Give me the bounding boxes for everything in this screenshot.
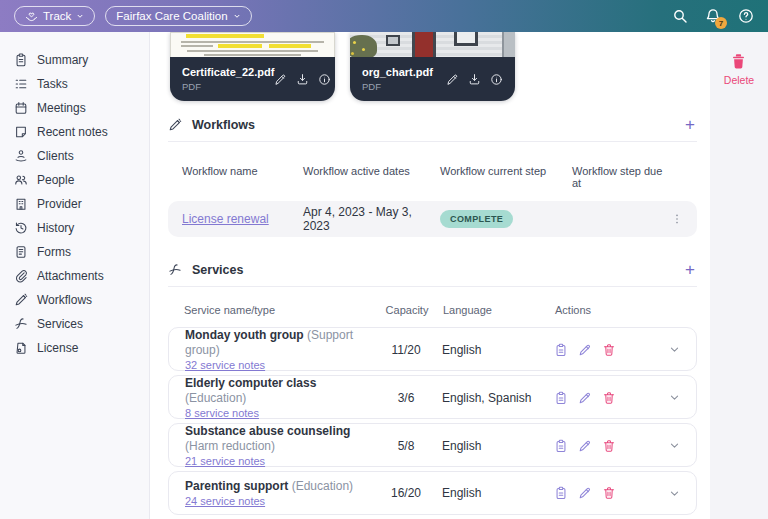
chevron-down-icon <box>76 12 84 20</box>
edit-icon[interactable] <box>578 439 592 453</box>
sidebar-item-label: Summary <box>37 53 88 67</box>
org-name: Fairfax Care Coalition <box>116 10 227 22</box>
service-type: (Harm reduction) <box>185 439 275 453</box>
file-type: PDF <box>182 81 274 92</box>
trash-icon <box>730 53 747 70</box>
calendar-icon <box>14 101 28 115</box>
app-switcher[interactable]: Track <box>14 6 95 26</box>
kebab-menu-icon[interactable] <box>671 212 683 226</box>
add-workflow-button[interactable]: + <box>683 118 697 132</box>
sidebar-item-label: Tasks <box>37 77 68 91</box>
service-name: Monday youth group <box>185 328 304 342</box>
notifications-bell-icon[interactable]: 7 <box>705 8 721 24</box>
service-name-cell: Parenting support (Education) 24 service… <box>185 479 370 507</box>
service-name-cell: Substance abuse counseling (Harm reducti… <box>185 424 370 467</box>
service-note-icon[interactable] <box>554 343 568 357</box>
sidebar-item-label: Provider <box>37 197 82 211</box>
attachment-cards: Certificate_22.pdf PDF <box>170 32 697 101</box>
add-service-button[interactable]: + <box>683 263 697 277</box>
info-icon[interactable] <box>490 73 503 86</box>
sidebar-item-license[interactable]: License <box>0 336 149 360</box>
sidebar-item-label: Clients <box>37 149 74 163</box>
edit-icon[interactable] <box>578 343 592 357</box>
service-capacity: 11/20 <box>370 343 442 357</box>
workflow-name-link[interactable]: License renewal <box>182 212 269 226</box>
workflow-pen-icon <box>14 293 28 307</box>
org-switcher[interactable]: Fairfax Care Coalition <box>105 6 251 26</box>
service-note-icon[interactable] <box>554 391 568 405</box>
sidebar-item-label: Attachments <box>37 269 104 283</box>
sidebar-item-workflows[interactable]: Workflows <box>0 288 149 312</box>
chevron-down-icon[interactable] <box>669 392 680 403</box>
sidebar-item-meetings[interactable]: Meetings <box>0 96 149 120</box>
service-note-icon[interactable] <box>554 486 568 500</box>
chevron-down-icon[interactable] <box>669 488 680 499</box>
service-row: Elderly computer class (Education) 8 ser… <box>168 375 697 419</box>
chevron-down-icon[interactable] <box>669 440 680 451</box>
trash-icon[interactable] <box>602 439 616 453</box>
trash-icon[interactable] <box>602 391 616 405</box>
info-icon[interactable] <box>318 73 331 86</box>
chevron-down-icon[interactable] <box>669 344 680 355</box>
people-icon <box>14 173 28 187</box>
workflows-section-title: Workflows <box>192 118 255 132</box>
sidebar-item-forms[interactable]: Forms <box>0 240 149 264</box>
sidebar-item-label: Services <box>37 317 83 331</box>
edit-icon[interactable] <box>274 73 287 86</box>
trash-icon[interactable] <box>602 486 616 500</box>
file-name: org_chart.pdf <box>362 66 433 79</box>
chevron-down-icon <box>233 12 241 20</box>
sidebar-item-people[interactable]: People <box>0 168 149 192</box>
service-capacity: 3/6 <box>370 391 442 405</box>
column-header: Workflow step due at <box>572 165 665 189</box>
sidebar-item-services[interactable]: Services <box>0 312 149 336</box>
form-document-icon <box>14 245 28 259</box>
help-icon[interactable] <box>738 8 754 24</box>
license-certificate-icon <box>14 341 28 355</box>
service-language: English, Spanish <box>442 391 554 405</box>
pdf-thumbnail-house-photo <box>350 32 515 57</box>
service-capacity: 5/8 <box>370 439 442 453</box>
service-note-icon[interactable] <box>554 439 568 453</box>
service-notes-link[interactable]: 24 service notes <box>185 495 265 507</box>
topbar: Track Fairfax Care Coalition 7 <box>0 0 768 32</box>
task-list-icon <box>14 77 28 91</box>
edit-icon[interactable] <box>578 486 592 500</box>
file-name: Certificate_22.pdf <box>182 66 274 79</box>
sidebar-item-summary[interactable]: Summary <box>0 48 149 72</box>
service-actions <box>554 391 654 405</box>
download-icon[interactable] <box>468 73 481 86</box>
delete-label: Delete <box>724 74 754 86</box>
services-table-header: Service name/type Capacity Language Acti… <box>168 304 697 316</box>
right-action-bar: Delete <box>710 32 768 519</box>
sidebar-item-label: Meetings <box>37 101 86 115</box>
service-row: Parenting support (Education) 24 service… <box>168 471 697 515</box>
service-type: (Education) <box>185 391 246 405</box>
sidebar-item-recent-notes[interactable]: Recent notes <box>0 120 149 144</box>
sidebar-item-label: License <box>37 341 78 355</box>
service-actions <box>554 343 654 357</box>
services-section-title: Services <box>192 263 243 277</box>
download-icon[interactable] <box>296 73 309 86</box>
attachment-card[interactable]: org_chart.pdf PDF <box>350 32 515 101</box>
workflow-pen-icon <box>168 118 182 132</box>
notification-count-badge: 7 <box>715 17 727 29</box>
service-notes-link[interactable]: 8 service notes <box>185 407 259 419</box>
attachment-card[interactable]: Certificate_22.pdf PDF <box>170 32 335 101</box>
service-notes-link[interactable]: 21 service notes <box>185 455 265 467</box>
edit-icon[interactable] <box>578 391 592 405</box>
sidebar-item-clients[interactable]: Clients <box>0 144 149 168</box>
service-name-cell: Monday youth group (Support group) 32 se… <box>185 328 370 371</box>
delete-button[interactable]: Delete <box>724 53 754 86</box>
trash-icon[interactable] <box>602 343 616 357</box>
service-language: English <box>442 486 554 500</box>
sidebar-item-attachments[interactable]: Attachments <box>0 264 149 288</box>
service-notes-link[interactable]: 32 service notes <box>185 359 265 371</box>
search-icon[interactable] <box>672 8 688 24</box>
sidebar-item-history[interactable]: History <box>0 216 149 240</box>
sidebar-item-provider[interactable]: Provider <box>0 192 149 216</box>
sidebar-item-tasks[interactable]: Tasks <box>0 72 149 96</box>
client-hand-icon <box>14 149 28 163</box>
edit-icon[interactable] <box>446 73 459 86</box>
column-header: Capacity <box>371 304 443 316</box>
